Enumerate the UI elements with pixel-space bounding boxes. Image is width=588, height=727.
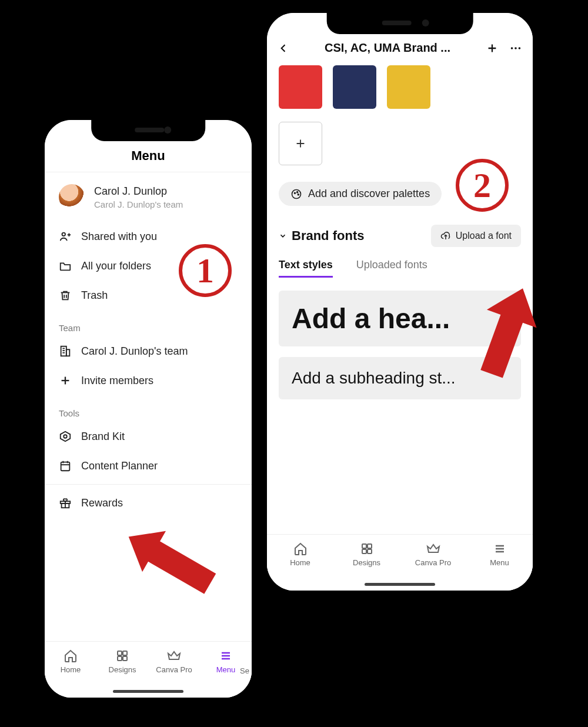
gift-icon [59,496,72,509]
building-icon [59,345,72,358]
svg-point-35 [292,189,301,198]
color-swatches [279,65,521,109]
menu-shared-with-you[interactable]: Shared with you [45,222,252,251]
heading-style-button[interactable]: Add a hea... [279,291,521,346]
chevron-down-icon [279,232,287,240]
designs-icon [115,649,129,663]
phone-notch [91,120,205,141]
add-discover-palettes-button[interactable]: Add and discover palettes [279,182,442,206]
section-team-label: Team [45,310,252,336]
menu-item-label: Invite members [81,375,153,387]
phone-notch [327,13,473,34]
calendar-icon [59,459,72,472]
svg-rect-6 [66,349,70,356]
menu-item-label: Shared with you [81,231,157,243]
svg-rect-42 [368,549,372,553]
home-icon [64,649,78,663]
svg-rect-14 [61,462,70,471]
menu-invite-members[interactable]: Invite members [45,366,252,395]
add-button[interactable] [486,42,499,55]
profile-name: Carol J. Dunlop [94,185,183,198]
svg-rect-41 [362,549,366,553]
menu-icon [219,649,233,663]
menu-brand-kit[interactable]: Brand Kit [45,422,252,451]
svg-rect-24 [123,656,127,661]
more-button[interactable] [509,42,522,55]
trash-icon [59,289,72,302]
phone-screen: CSI, AC, UMA Brand ... [267,13,533,591]
nav-label: Designs [109,665,136,674]
font-tabs: Text styles Uploaded fonts [279,259,521,278]
section-tools-label: Tools [45,395,252,422]
menu-item-label: Trash [81,289,108,302]
cloud-upload-icon [440,231,451,241]
profile-row[interactable]: Carol J. Dunlop Carol J. Dunlop's team [45,172,252,222]
svg-rect-39 [362,544,366,548]
nav-home[interactable]: Home [47,649,94,674]
nav-designs[interactable]: Designs [99,649,146,674]
bottom-nav: Home Designs Canva Pro Menu [45,641,252,698]
step-badge-2: 2 [456,159,509,212]
color-swatch-red[interactable] [279,65,322,109]
menu-content-planner[interactable]: Content Planner [45,451,252,481]
nav-label: Home [61,665,81,674]
avatar [59,184,85,210]
profile-team: Carol J. Dunlop's team [94,199,183,209]
upload-font-button[interactable]: Upload a font [431,225,521,247]
menu-team-name[interactable]: Carol J. Dunlop's team [45,336,252,366]
tab-uploaded-fonts[interactable]: Uploaded fonts [356,259,427,278]
upload-font-label: Upload a font [456,231,512,241]
nav-canva-pro[interactable]: Canva Pro [410,542,457,567]
svg-rect-23 [118,656,122,661]
menu-rewards[interactable]: Rewards [45,488,252,518]
menu-item-label: Rewards [81,497,123,509]
svg-rect-22 [123,651,127,655]
step-badge-1: 1 [179,244,232,297]
tab-text-styles[interactable]: Text styles [279,259,333,278]
back-button[interactable] [278,42,289,54]
brand-fonts-header: Brand fonts Upload a font [279,225,521,247]
nav-canva-pro[interactable]: Canva Pro [151,649,198,674]
share-icon [59,230,72,243]
brand-fonts-toggle[interactable]: Brand fonts [279,228,364,244]
home-indicator [365,583,435,586]
menu-icon [493,542,507,556]
phone-screen: Menu Carol J. Dunlop Carol J. Dunlop's t… [45,120,252,698]
menu-item-label: Content Planner [81,460,158,472]
nav-label: Menu [216,665,236,674]
brand-kit-icon [59,430,72,443]
home-icon [293,542,308,556]
plus-icon [59,374,72,387]
nav-label: Home [290,558,310,567]
svg-rect-21 [118,651,122,655]
pill-label: Add and discover palettes [308,188,430,200]
folder-icon [59,259,72,272]
menu-item-label: Carol J. Dunlop's team [81,345,188,358]
nav-label: Canva Pro [156,665,192,674]
crown-icon [167,649,181,663]
color-swatch-navy[interactable] [333,65,376,109]
nav-menu[interactable]: Menu [476,542,523,567]
svg-marker-12 [61,432,71,442]
add-color-button[interactable] [279,122,322,165]
nav-designs[interactable]: Designs [343,542,390,567]
phone-menu: Menu Carol J. Dunlop Carol J. Dunlop's t… [36,112,260,706]
svg-point-31 [514,47,517,49]
svg-point-37 [297,191,298,192]
color-swatch-yellow[interactable] [387,65,430,109]
brand-fonts-label: Brand fonts [292,228,364,244]
phone-brand-kit: CSI, AC, UMA Brand ... [259,5,541,599]
svg-point-30 [511,47,513,49]
nav-overflow-text: Se [240,666,249,675]
subheading-style-button[interactable]: Add a subheading st... [279,357,521,399]
svg-rect-40 [368,544,372,548]
svg-point-36 [295,192,296,194]
svg-point-32 [519,47,521,49]
svg-point-0 [62,233,66,236]
menu-item-label: All your folders [81,260,151,272]
menu-item-label: Brand Kit [81,431,125,443]
nav-home[interactable]: Home [277,542,324,567]
nav-label: Menu [490,558,509,567]
crown-icon [426,542,440,556]
palette-icon [290,188,302,200]
